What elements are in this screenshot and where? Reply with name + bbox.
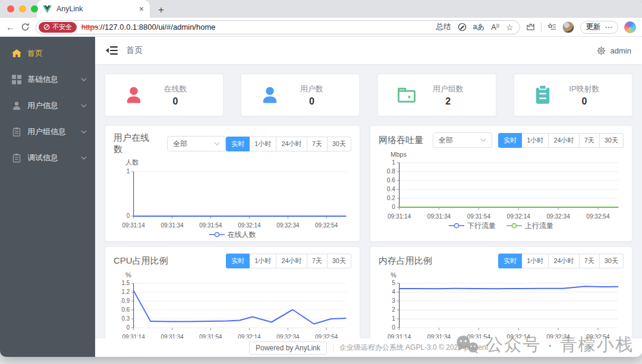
svg-text:0: 0 [127, 324, 130, 331]
home-icon [12, 49, 21, 58]
svg-text:09:31:34: 09:31:34 [160, 222, 184, 229]
sidebar-item-user-group-info[interactable]: 用户组信息 [0, 119, 95, 145]
time-range-button[interactable]: 7天 [307, 137, 328, 151]
group-filter-select[interactable]: 全部 [167, 136, 226, 151]
browser-toolbar: ← 不安全 https://127.0.0.1:8800/ui/#/admin/… [0, 18, 642, 37]
legend-marker-icon [449, 223, 464, 229]
svg-text:09:31:34: 09:31:34 [427, 213, 451, 220]
svg-text:1: 1 [392, 159, 395, 166]
folder-icon [396, 84, 417, 106]
svg-text:4: 4 [392, 289, 395, 295]
time-range-button[interactable]: 30天 [600, 133, 624, 148]
svg-text:09:32:54: 09:32:54 [586, 213, 610, 220]
svg-text:0: 0 [127, 213, 130, 219]
user-menu[interactable]: admin [610, 46, 631, 55]
traffic-lights [7, 5, 38, 12]
sidebar-item-debug-info[interactable]: 调试信息 [0, 145, 95, 171]
translate-icon[interactable]: aあ [473, 22, 485, 32]
svg-text:1.5: 1.5 [121, 280, 130, 286]
address-bar[interactable]: 不安全 https://127.0.0.1:8800/ui/#/admin/ho… [36, 20, 520, 34]
app-header: 首页 admin [95, 37, 642, 64]
url-scheme: https [81, 23, 98, 31]
gear-icon[interactable] [597, 46, 606, 55]
y-axis-unit: % [391, 271, 624, 278]
clipboard-icon [12, 153, 21, 163]
stat-value: 0 [281, 96, 342, 107]
extensions-icon[interactable] [526, 23, 535, 31]
group-filter-select[interactable]: 全部 [433, 132, 492, 148]
chart-memory-usage: % 01234509:31:1409:31:3409:31:5409:32:14… [379, 271, 624, 341]
time-range-button[interactable]: 实时 [498, 254, 522, 268]
svg-text:0.3: 0.3 [121, 315, 130, 322]
time-range-button[interactable]: 1小时 [250, 137, 276, 151]
security-badge[interactable]: 不安全 [39, 22, 77, 33]
favorites-bar-icon[interactable] [547, 23, 556, 31]
new-tab-button[interactable]: + [158, 5, 164, 15]
sidebar-item-user-info[interactable]: 用户信息 [0, 93, 95, 119]
chart-panels-grid: 用户在线数 全部 实时1小时24小时7天30天 人数 0109:31:1409:… [105, 125, 632, 357]
powered-by-link[interactable]: Powered by AnyLink [249, 341, 327, 354]
time-range-button[interactable]: 实时 [226, 137, 250, 151]
person-icon [123, 84, 144, 106]
browser-tab[interactable]: AnyLink × [37, 0, 150, 18]
annotate-icon[interactable] [458, 23, 467, 31]
tab-close-icon[interactable]: × [139, 5, 144, 13]
chart-online-users: 人数 0109:31:1409:31:3409:31:5409:32:1409:… [114, 158, 351, 239]
profile-avatar[interactable] [562, 21, 574, 33]
svg-text:09:32:14: 09:32:14 [238, 222, 261, 229]
read-aloud-icon[interactable]: A)) [491, 23, 499, 31]
time-range-button[interactable]: 1小时 [522, 254, 549, 268]
summarize-button[interactable]: 总结 [436, 22, 451, 32]
time-range-group: 实时1小时24小时7天30天 [226, 137, 351, 151]
time-range-button[interactable]: 实时 [226, 254, 250, 268]
close-window-button[interactable] [7, 5, 14, 12]
back-button[interactable]: ← [6, 22, 15, 32]
time-range-button[interactable]: 24小时 [276, 137, 307, 151]
line-chart: 00.30.60.91.21.509:31:1409:31:3409:31:54… [114, 280, 351, 341]
collapse-sidebar-icon[interactable] [106, 46, 118, 55]
stat-value: 0 [144, 96, 206, 107]
legend-item[interactable]: 上行流量 [506, 221, 553, 230]
stat-cards-row: 在线数0 用户数0 用户组数2 IP映射数0 [105, 74, 632, 116]
time-range-button[interactable]: 30天 [328, 137, 351, 151]
svg-text:09:32:34: 09:32:34 [276, 222, 300, 229]
line-chart: 0109:31:1409:31:3409:31:5409:32:1409:32:… [114, 168, 351, 229]
time-range-button[interactable]: 24小时 [549, 254, 579, 268]
update-button[interactable]: 更新 ⋯ [580, 21, 619, 34]
svg-text:09:31:54: 09:31:54 [199, 222, 222, 229]
time-range-button[interactable]: 7天 [307, 254, 328, 268]
time-range-button[interactable]: 7天 [580, 133, 600, 148]
time-range-group: 实时1小时24小时7天30天 [226, 254, 351, 268]
copilot-icon[interactable] [624, 21, 636, 33]
zoom-window-button[interactable] [31, 5, 38, 12]
sidebar-item-basic-info[interactable]: 基础信息 [0, 67, 95, 93]
svg-text:0.4: 0.4 [387, 186, 395, 192]
sidebar: 首页 基础信息 用户信息 用户组信息 调试信息 [0, 37, 95, 357]
svg-text:09:31:14: 09:31:14 [388, 213, 411, 220]
legend-item[interactable]: 在线人数 [209, 230, 256, 239]
url-text: https://127.0.0.1:8800/ui/#/admin/home [81, 23, 432, 31]
reload-button[interactable] [21, 23, 30, 31]
chart-legend: 在线人数 [114, 230, 351, 239]
time-range-button[interactable]: 30天 [600, 254, 624, 268]
legend-item[interactable]: 下行流量 [449, 221, 496, 230]
time-range-button[interactable]: 30天 [328, 254, 351, 268]
time-range-button[interactable]: 1小时 [250, 254, 276, 268]
time-range-button[interactable]: 实时 [498, 133, 522, 148]
time-range-button[interactable]: 7天 [580, 254, 600, 268]
favorite-star-icon[interactable]: ☆ [506, 23, 514, 32]
svg-text:0: 0 [392, 204, 395, 210]
stat-card-users: 用户数0 [241, 74, 360, 116]
svg-text:5: 5 [392, 280, 395, 286]
svg-text:0: 0 [392, 324, 395, 331]
stat-card-user-groups: 用户组数2 [377, 74, 496, 116]
browser-window: AnyLink × + ← 不安全 https://127.0.0.1:8800… [0, 0, 642, 357]
svg-text:1: 1 [127, 168, 130, 175]
sidebar-item-home[interactable]: 首页 [0, 40, 95, 67]
more-menu-icon[interactable]: ⋯ [605, 23, 613, 31]
breadcrumb[interactable]: 首页 [126, 45, 143, 56]
time-range-button[interactable]: 1小时 [522, 133, 549, 148]
minimize-window-button[interactable] [19, 5, 26, 12]
time-range-button[interactable]: 24小时 [276, 254, 307, 268]
time-range-button[interactable]: 24小时 [549, 133, 579, 148]
